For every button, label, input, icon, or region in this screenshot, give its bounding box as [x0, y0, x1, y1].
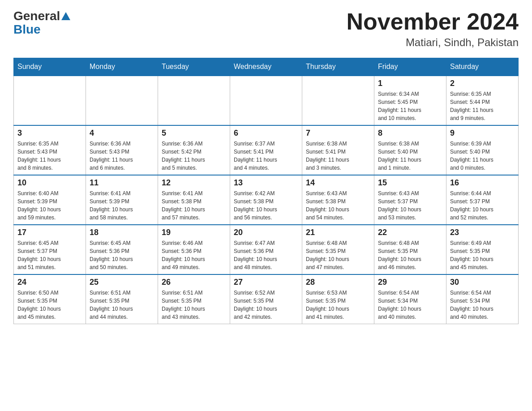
week-row-5: 24Sunrise: 6:50 AM Sunset: 5:35 PM Dayli… — [14, 274, 519, 324]
title-section: November 2024 Matiari, Sindh, Pakistan — [347, 9, 519, 49]
day-number: 25 — [90, 278, 154, 287]
day-number: 27 — [234, 278, 298, 287]
calendar-cell — [158, 76, 230, 125]
location-title: Matiari, Sindh, Pakistan — [347, 36, 519, 49]
calendar-cell: 5Sunrise: 6:36 AM Sunset: 5:42 PM Daylig… — [158, 125, 230, 175]
calendar-cell: 11Sunrise: 6:41 AM Sunset: 5:39 PM Dayli… — [86, 175, 158, 225]
day-number: 19 — [162, 228, 226, 237]
week-row-1: 1Sunrise: 6:34 AM Sunset: 5:45 PM Daylig… — [14, 76, 519, 125]
day-number: 23 — [450, 228, 515, 237]
calendar-cell: 30Sunrise: 6:54 AM Sunset: 5:34 PM Dayli… — [446, 274, 519, 324]
day-info: Sunrise: 6:36 AM Sunset: 5:42 PM Dayligh… — [162, 140, 226, 172]
calendar-cell — [86, 76, 158, 125]
day-number: 12 — [162, 178, 226, 188]
calendar-cell: 13Sunrise: 6:42 AM Sunset: 5:38 PM Dayli… — [230, 175, 302, 225]
day-info: Sunrise: 6:45 AM Sunset: 5:36 PM Dayligh… — [90, 239, 154, 271]
day-info: Sunrise: 6:53 AM Sunset: 5:35 PM Dayligh… — [306, 289, 370, 321]
day-number: 11 — [90, 178, 154, 188]
calendar-cell — [230, 76, 302, 125]
day-number: 2 — [450, 79, 515, 88]
day-number: 26 — [162, 278, 226, 287]
logo: General Blue — [13, 9, 70, 36]
calendar-cell: 25Sunrise: 6:51 AM Sunset: 5:35 PM Dayli… — [86, 274, 158, 324]
day-info: Sunrise: 6:41 AM Sunset: 5:39 PM Dayligh… — [90, 189, 154, 222]
day-info: Sunrise: 6:39 AM Sunset: 5:40 PM Dayligh… — [450, 140, 515, 172]
day-info: Sunrise: 6:46 AM Sunset: 5:36 PM Dayligh… — [162, 239, 226, 271]
calendar-cell: 3Sunrise: 6:35 AM Sunset: 5:43 PM Daylig… — [14, 125, 86, 175]
day-number: 28 — [306, 278, 370, 287]
calendar-cell: 26Sunrise: 6:51 AM Sunset: 5:35 PM Dayli… — [158, 274, 230, 324]
col-header-wednesday: Wednesday — [230, 58, 302, 76]
day-info: Sunrise: 6:54 AM Sunset: 5:34 PM Dayligh… — [450, 289, 515, 321]
day-info: Sunrise: 6:48 AM Sunset: 5:35 PM Dayligh… — [378, 239, 442, 271]
logo-triangle-icon — [61, 12, 70, 20]
day-info: Sunrise: 6:43 AM Sunset: 5:37 PM Dayligh… — [378, 189, 442, 222]
col-header-sunday: Sunday — [14, 58, 86, 76]
calendar-cell: 16Sunrise: 6:44 AM Sunset: 5:37 PM Dayli… — [446, 175, 519, 225]
week-row-4: 17Sunrise: 6:45 AM Sunset: 5:37 PM Dayli… — [14, 225, 519, 274]
calendar-cell: 7Sunrise: 6:38 AM Sunset: 5:41 PM Daylig… — [302, 125, 374, 175]
day-info: Sunrise: 6:51 AM Sunset: 5:35 PM Dayligh… — [162, 289, 226, 321]
calendar-cell: 20Sunrise: 6:47 AM Sunset: 5:36 PM Dayli… — [230, 225, 302, 274]
month-title: November 2024 — [347, 9, 519, 34]
day-number: 6 — [234, 128, 298, 138]
day-number: 14 — [306, 178, 370, 188]
day-number: 8 — [378, 128, 442, 138]
calendar-cell: 10Sunrise: 6:40 AM Sunset: 5:39 PM Dayli… — [14, 175, 86, 225]
day-info: Sunrise: 6:37 AM Sunset: 5:41 PM Dayligh… — [234, 140, 298, 172]
calendar-cell: 29Sunrise: 6:54 AM Sunset: 5:34 PM Dayli… — [374, 274, 446, 324]
day-info: Sunrise: 6:44 AM Sunset: 5:37 PM Dayligh… — [450, 189, 515, 222]
logo-blue-text: Blue — [13, 23, 70, 36]
calendar-cell: 28Sunrise: 6:53 AM Sunset: 5:35 PM Dayli… — [302, 274, 374, 324]
day-number: 15 — [378, 178, 442, 188]
col-header-monday: Monday — [86, 58, 158, 76]
day-info: Sunrise: 6:51 AM Sunset: 5:35 PM Dayligh… — [90, 289, 154, 321]
col-header-friday: Friday — [374, 58, 446, 76]
day-number: 1 — [378, 79, 442, 88]
day-number: 18 — [90, 228, 154, 237]
day-info: Sunrise: 6:50 AM Sunset: 5:35 PM Dayligh… — [17, 289, 82, 321]
calendar-table: SundayMondayTuesdayWednesdayThursdayFrid… — [13, 58, 519, 324]
day-number: 7 — [306, 128, 370, 138]
day-number: 13 — [234, 178, 298, 188]
calendar-cell: 8Sunrise: 6:38 AM Sunset: 5:40 PM Daylig… — [374, 125, 446, 175]
week-row-2: 3Sunrise: 6:35 AM Sunset: 5:43 PM Daylig… — [14, 125, 519, 175]
day-info: Sunrise: 6:49 AM Sunset: 5:35 PM Dayligh… — [450, 239, 515, 271]
day-number: 17 — [17, 228, 82, 237]
day-info: Sunrise: 6:35 AM Sunset: 5:43 PM Dayligh… — [17, 140, 82, 172]
logo-general-text: General — [13, 9, 60, 23]
day-number: 10 — [17, 178, 82, 188]
calendar-cell: 15Sunrise: 6:43 AM Sunset: 5:37 PM Dayli… — [374, 175, 446, 225]
day-info: Sunrise: 6:34 AM Sunset: 5:45 PM Dayligh… — [378, 90, 442, 122]
col-header-saturday: Saturday — [446, 58, 519, 76]
day-info: Sunrise: 6:45 AM Sunset: 5:37 PM Dayligh… — [17, 239, 82, 271]
day-info: Sunrise: 6:38 AM Sunset: 5:41 PM Dayligh… — [306, 140, 370, 172]
day-info: Sunrise: 6:35 AM Sunset: 5:44 PM Dayligh… — [450, 90, 515, 122]
day-info: Sunrise: 6:54 AM Sunset: 5:34 PM Dayligh… — [378, 289, 442, 321]
calendar-cell: 14Sunrise: 6:43 AM Sunset: 5:38 PM Dayli… — [302, 175, 374, 225]
calendar-cell: 23Sunrise: 6:49 AM Sunset: 5:35 PM Dayli… — [446, 225, 519, 274]
calendar-cell: 6Sunrise: 6:37 AM Sunset: 5:41 PM Daylig… — [230, 125, 302, 175]
day-info: Sunrise: 6:36 AM Sunset: 5:43 PM Dayligh… — [90, 140, 154, 172]
day-info: Sunrise: 6:43 AM Sunset: 5:38 PM Dayligh… — [306, 189, 370, 222]
day-number: 16 — [450, 178, 515, 188]
day-number: 3 — [17, 128, 82, 138]
day-info: Sunrise: 6:47 AM Sunset: 5:36 PM Dayligh… — [234, 239, 298, 271]
day-number: 29 — [378, 278, 442, 287]
calendar-cell: 19Sunrise: 6:46 AM Sunset: 5:36 PM Dayli… — [158, 225, 230, 274]
calendar-cell: 27Sunrise: 6:52 AM Sunset: 5:35 PM Dayli… — [230, 274, 302, 324]
day-info: Sunrise: 6:38 AM Sunset: 5:40 PM Dayligh… — [378, 140, 442, 172]
day-info: Sunrise: 6:41 AM Sunset: 5:38 PM Dayligh… — [162, 189, 226, 222]
calendar-cell: 24Sunrise: 6:50 AM Sunset: 5:35 PM Dayli… — [14, 274, 86, 324]
calendar-cell: 1Sunrise: 6:34 AM Sunset: 5:45 PM Daylig… — [374, 76, 446, 125]
day-info: Sunrise: 6:40 AM Sunset: 5:39 PM Dayligh… — [17, 189, 82, 222]
calendar-cell: 22Sunrise: 6:48 AM Sunset: 5:35 PM Dayli… — [374, 225, 446, 274]
calendar-cell: 17Sunrise: 6:45 AM Sunset: 5:37 PM Dayli… — [14, 225, 86, 274]
calendar-cell: 12Sunrise: 6:41 AM Sunset: 5:38 PM Dayli… — [158, 175, 230, 225]
calendar-header-row: SundayMondayTuesdayWednesdayThursdayFrid… — [14, 58, 519, 76]
day-info: Sunrise: 6:52 AM Sunset: 5:35 PM Dayligh… — [234, 289, 298, 321]
calendar-cell: 21Sunrise: 6:48 AM Sunset: 5:35 PM Dayli… — [302, 225, 374, 274]
col-header-thursday: Thursday — [302, 58, 374, 76]
day-number: 30 — [450, 278, 515, 287]
day-number: 4 — [90, 128, 154, 138]
